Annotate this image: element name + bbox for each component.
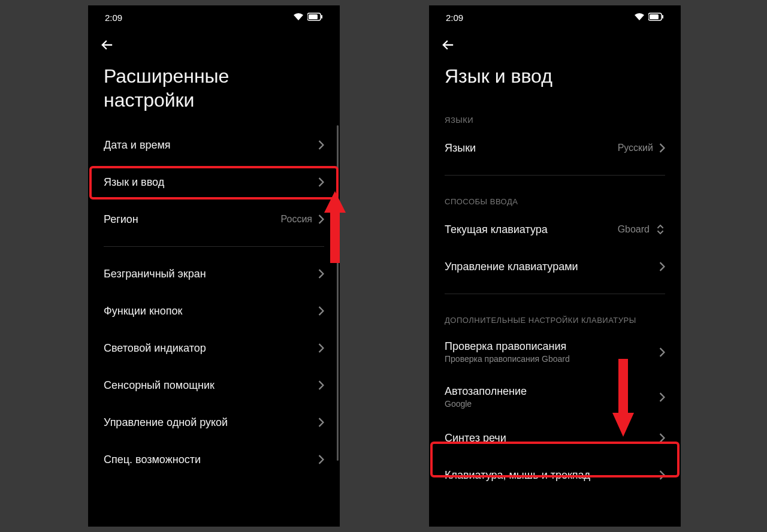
page-title: Язык и ввод bbox=[429, 58, 681, 102]
chevron-right-icon bbox=[659, 347, 665, 357]
svg-rect-6 bbox=[309, 14, 318, 19]
chevron-right-icon bbox=[318, 343, 324, 353]
back-button[interactable] bbox=[88, 29, 340, 58]
item-region[interactable]: Регион Россия bbox=[88, 201, 340, 238]
chevron-right-icon bbox=[318, 214, 324, 224]
scrollbar[interactable] bbox=[337, 125, 339, 461]
item-value: Россия bbox=[281, 214, 312, 225]
item-manage-keyboards[interactable]: Управление клавиатурами bbox=[429, 248, 681, 285]
item-languages[interactable]: Языки Русский bbox=[429, 129, 681, 167]
item-label: Клавиатура, мышь и трекпад bbox=[445, 469, 590, 482]
chevron-right-icon bbox=[659, 392, 665, 402]
chevron-right-icon bbox=[318, 269, 324, 279]
divider bbox=[104, 246, 324, 247]
chevron-right-icon bbox=[659, 470, 665, 480]
item-label: Управление клавиатурами bbox=[445, 261, 578, 273]
item-label: Сенсорный помощник bbox=[104, 379, 215, 392]
divider bbox=[445, 294, 665, 294]
section-header-languages: ЯЗЫКИ bbox=[429, 102, 681, 129]
phone-screenshot-left: 2:09 Расширенные настройки Дата и время … bbox=[88, 5, 340, 527]
chevron-right-icon bbox=[318, 306, 324, 316]
item-tts[interactable]: Синтез речи bbox=[429, 419, 681, 457]
section-header-input-methods: СПОСОБЫ ВВОДА bbox=[429, 184, 681, 211]
chevron-right-icon bbox=[659, 143, 665, 153]
item-sensor-assist[interactable]: Сенсорный помощник bbox=[88, 367, 340, 404]
svg-rect-15 bbox=[662, 15, 663, 19]
item-current-keyboard[interactable]: Текущая клавиатура Gboard bbox=[429, 211, 681, 248]
status-icons bbox=[630, 13, 664, 23]
clock: 2:09 bbox=[446, 13, 463, 23]
item-language-input[interactable]: Язык и ввод bbox=[88, 164, 340, 201]
item-one-hand[interactable]: Управление одной рукой bbox=[88, 404, 340, 441]
item-accessibility[interactable]: Спец. возможности bbox=[88, 441, 340, 478]
item-label: Спец. возможности bbox=[104, 454, 201, 466]
item-spellcheck[interactable]: Проверка правописания Проверка правописа… bbox=[429, 330, 681, 374]
battery-icon bbox=[648, 13, 664, 23]
item-label: Синтез речи bbox=[445, 432, 506, 445]
item-button-functions[interactable]: Функции кнопок bbox=[88, 292, 340, 330]
item-label: Световой индикатор bbox=[104, 342, 206, 355]
chevron-right-icon bbox=[318, 140, 324, 150]
status-icons bbox=[289, 13, 323, 23]
svg-rect-14 bbox=[650, 14, 659, 19]
battery-icon bbox=[307, 13, 323, 23]
chevron-right-icon bbox=[659, 262, 665, 271]
chevron-right-icon bbox=[318, 418, 324, 427]
item-label: Функции кнопок bbox=[104, 305, 182, 318]
item-autofill[interactable]: Автозаполнение Google bbox=[429, 374, 681, 419]
divider bbox=[445, 175, 665, 176]
page-title: Расширенные настройки bbox=[88, 58, 340, 126]
item-led[interactable]: Световой индикатор bbox=[88, 330, 340, 367]
item-label: Язык и ввод bbox=[104, 176, 164, 189]
item-label: Текущая клавиатура bbox=[445, 223, 548, 236]
phone-screenshot-right: 2:09 Язык и ввод ЯЗЫКИ Языки Русский СПО… bbox=[429, 5, 681, 527]
status-bar: 2:09 bbox=[88, 5, 340, 29]
swap-icon bbox=[656, 225, 665, 234]
item-label: Безграничный экран bbox=[104, 268, 206, 280]
status-bar: 2:09 bbox=[429, 5, 681, 29]
chevron-right-icon bbox=[318, 380, 324, 390]
item-label: Языки bbox=[445, 142, 476, 155]
svg-rect-7 bbox=[321, 15, 322, 19]
item-date-time[interactable]: Дата и время bbox=[88, 126, 340, 164]
item-label: Проверка правописания bbox=[445, 340, 570, 353]
clock: 2:09 bbox=[105, 13, 122, 23]
item-label: Регион bbox=[104, 213, 138, 226]
item-keyboard-mouse-trackpad[interactable]: Клавиатура, мышь и трекпад bbox=[429, 457, 681, 494]
wifi-icon bbox=[293, 13, 304, 23]
item-subtitle: Проверка правописания Gboard bbox=[445, 354, 570, 364]
chevron-right-icon bbox=[318, 455, 324, 464]
item-label: Управление одной рукой bbox=[104, 416, 228, 429]
wifi-icon bbox=[634, 13, 645, 23]
item-label: Автозаполнение bbox=[445, 385, 527, 398]
item-fullscreen[interactable]: Безграничный экран bbox=[88, 255, 340, 292]
item-value: Gboard bbox=[618, 224, 650, 235]
item-subtitle: Google bbox=[445, 399, 527, 409]
chevron-right-icon bbox=[318, 177, 324, 187]
chevron-right-icon bbox=[659, 433, 665, 443]
back-button[interactable] bbox=[429, 29, 681, 58]
item-value: Русский bbox=[618, 143, 653, 153]
section-header-extra-keyboard: ДОПОЛНИТЕЛЬНЫЕ НАСТРОЙКИ КЛАВИАТУРЫ bbox=[429, 303, 681, 330]
item-label: Дата и время bbox=[104, 139, 171, 152]
